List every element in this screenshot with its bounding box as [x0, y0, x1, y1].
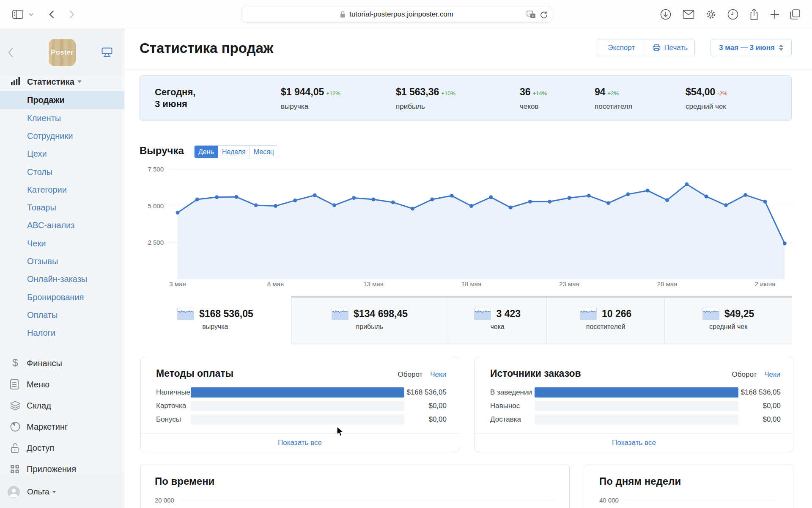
sidebar-item-nalogi[interactable]: Налоги	[0, 324, 124, 342]
settings-gear-icon[interactable]	[705, 8, 717, 20]
svg-text:$: $	[12, 357, 18, 368]
svg-text:28 мая: 28 мая	[657, 280, 678, 287]
sparkline-icon	[580, 308, 597, 320]
cheki-toggle[interactable]: Чеки	[764, 370, 780, 379]
history-clock-icon[interactable]	[727, 8, 739, 20]
period-tab-прибыль[interactable]: $134 698,45прибыль	[291, 296, 448, 344]
mail-icon[interactable]	[683, 8, 694, 20]
sidebar-item-onlain-zakazy[interactable]: Онлайн-заказы	[0, 271, 124, 288]
back-button[interactable]	[46, 8, 58, 20]
sidebar-item-finansy[interactable]: $Финансы	[0, 353, 124, 374]
sidebar-item-tovary[interactable]: Товары	[0, 199, 124, 216]
date-range-button[interactable]: 3 мая — 3 июня	[710, 39, 792, 56]
summary-metric-средний-чек: $54,00-2%средний чек	[686, 86, 727, 111]
sidebar-item-sklad[interactable]: Склад	[0, 395, 124, 416]
period-tab-посетителей[interactable]: 10 266посетителей	[546, 296, 664, 344]
oborot-toggle[interactable]: Оборот	[732, 370, 757, 379]
main-content: Статистика продаж Экспорт Печать 3 мая —…	[124, 29, 812, 508]
sidebar-item-abc-analiz[interactable]: АВС-анализ	[0, 217, 124, 235]
translate-icon[interactable]: A ×	[527, 11, 536, 19]
panel-title: Методы оплаты	[156, 368, 398, 379]
period-tab-чека[interactable]: 3 423чека	[448, 296, 546, 344]
summary-metric-посетителя: 94+2%посетителя	[595, 86, 632, 111]
panel-title: Источники заказов	[490, 368, 732, 379]
reload-icon[interactable]	[540, 11, 548, 19]
gridline	[180, 500, 553, 500]
sparkline-icon	[702, 308, 719, 320]
sidebar-item-stoly[interactable]: Столы	[0, 163, 124, 181]
period-tab-выручка[interactable]: $168 536,05выручка	[140, 296, 291, 344]
toggle-день[interactable]: День	[195, 146, 218, 158]
new-tab-plus-icon[interactable]	[769, 8, 781, 20]
svg-text:13 мая: 13 мая	[363, 280, 384, 287]
period-toggle: ДеньНеделяМесяц	[194, 145, 278, 158]
svg-text:8 мая: 8 мая	[267, 280, 284, 287]
sidebar-item-statistika[interactable]: Статистика	[0, 75, 124, 88]
today-summary-card: Сегодня, 3 июня $1 944,05+12%выручка$1 5…	[140, 75, 792, 121]
sidebar-user[interactable]: Ольга	[0, 474, 124, 508]
printer-icon	[653, 44, 661, 51]
oborot-toggle[interactable]: Оборот	[398, 370, 423, 379]
sidebar-item-dostup[interactable]: Доступ	[0, 437, 124, 458]
svg-text:3 мая: 3 мая	[169, 280, 186, 287]
toggle-неделя[interactable]: Неделя	[218, 146, 250, 158]
show-all-link[interactable]: Показать все	[475, 433, 793, 452]
payment-methods-card: Методы оплатыОборотЧекиНаличные$168 536,…	[140, 357, 459, 452]
sparkline-icon	[474, 308, 491, 320]
cheki-toggle[interactable]: Чеки	[430, 370, 446, 379]
bar-chart-icon	[10, 76, 27, 88]
sidebar: Poster Статистика Продажи	[0, 29, 124, 508]
sorter-arrows-icon	[779, 44, 783, 51]
layers-icon	[10, 400, 27, 411]
mouse-cursor	[337, 426, 345, 439]
address-bar[interactable]: tutorial-posterpos.joinposter.com A ×	[241, 6, 552, 23]
poster-logo[interactable]: Poster	[49, 39, 76, 66]
user-name: Ольга	[27, 487, 56, 497]
gridline	[625, 500, 777, 500]
summary-date: Сегодня, 3 июня	[155, 86, 195, 110]
apps-grid-icon	[10, 464, 27, 474]
sidebar-toggle-icon[interactable]	[12, 8, 24, 20]
sidebar-item-sotrudniki[interactable]: Сотрудники	[0, 127, 124, 145]
summary-metric-прибыль: $1 563,36+10%прибыль	[396, 86, 455, 111]
share-icon[interactable]	[748, 8, 760, 20]
svg-text:2 500: 2 500	[148, 239, 164, 246]
show-all-link[interactable]: Показать все	[141, 433, 459, 452]
sidebar-item-tsekhi[interactable]: Цехи	[0, 145, 124, 163]
svg-text:×: ×	[532, 14, 534, 18]
tabs-overview-icon[interactable]	[789, 8, 801, 20]
sidebar-item-oplaty[interactable]: Оплаты	[0, 306, 124, 324]
terminal-icon[interactable]	[101, 47, 113, 60]
download-icon[interactable]	[660, 8, 672, 20]
sparkline-icon	[332, 308, 348, 320]
sidebar-item-menyu[interactable]: Меню	[0, 374, 124, 395]
dollar-icon: $	[10, 357, 27, 369]
sidebar-item-klienty[interactable]: Клиенты	[0, 109, 124, 127]
forward-button[interactable]	[66, 8, 78, 20]
collapse-sidebar-icon[interactable]	[8, 47, 14, 60]
order-sources-card: Источники заказовОборотЧекиВ заведении$1…	[475, 357, 793, 452]
sidebar-stats-list: КлиентыСотрудникиЦехиСтолыКатегорииТовар…	[0, 109, 124, 342]
order-sources-row: В заведении$168 536,05	[490, 387, 781, 398]
sidebar-sections: $ФинансыМенюСкладМаркетингДоступПриложен…	[0, 353, 124, 480]
pie-icon	[10, 421, 27, 432]
sidebar-item-marketing[interactable]: Маркетинг	[0, 416, 124, 437]
header-divider	[124, 69, 812, 69]
toggle-месяц[interactable]: Месяц	[250, 146, 278, 158]
summary-metric-выручка: $1 944,05+12%выручка	[281, 86, 340, 111]
export-button[interactable]: Экспорт	[597, 39, 646, 56]
order-sources-row: Доставка$0,00	[490, 414, 781, 425]
sidebar-item-prodazhi[interactable]: Продажи	[0, 91, 124, 109]
sidebar-item-kategorii[interactable]: Категории	[0, 181, 124, 199]
chevron-down-icon[interactable]	[27, 8, 35, 20]
print-button[interactable]: Печать	[646, 39, 695, 56]
sidebar-item-bronirovaniya[interactable]: Бронирования	[0, 288, 124, 306]
sidebar-item-otzyvy[interactable]: Отзывы	[0, 252, 124, 270]
by-time-card: По времени20 000	[140, 464, 570, 508]
period-tab-средний-чек[interactable]: $49,25средний чек	[664, 296, 792, 344]
sidebar-item-cheki[interactable]: Чеки	[0, 235, 124, 252]
lock-open-icon	[10, 442, 27, 454]
avatar	[8, 486, 20, 498]
revenue-section-title: Выручка	[140, 145, 184, 157]
axis-label: 20 000	[155, 497, 174, 504]
